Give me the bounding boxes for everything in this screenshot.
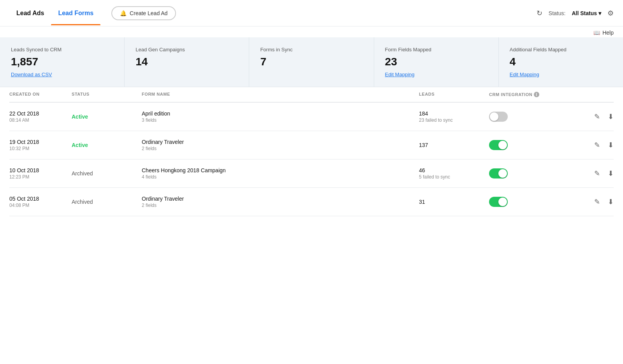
stat-value: 14 — [136, 56, 238, 68]
download-icon[interactable]: ⬇ — [608, 169, 614, 178]
col-form-name: Ordinary Traveler 2 fields — [142, 139, 419, 151]
table-column-header: STATUS — [72, 92, 142, 97]
filter-icon[interactable]: ⚙ — [607, 9, 614, 18]
row-actions: ✎ ⬇ — [575, 112, 614, 121]
stat-item: Leads Synced to CRM 1,857 Download as CS… — [0, 37, 125, 87]
col-crm-integration — [489, 168, 575, 178]
chevron-down-icon: ▾ — [598, 10, 601, 16]
row-actions: ✎ ⬇ — [575, 198, 614, 206]
help-row: 📖 Help — [0, 26, 623, 37]
stat-title: Forms in Sync — [260, 47, 363, 52]
form-fields: 4 fields — [142, 174, 419, 180]
date-main: 22 Oct 2018 — [9, 110, 72, 117]
edit-icon[interactable]: ✎ — [594, 141, 600, 149]
table-body: 22 Oct 2018 08:14 AM Active April editio… — [9, 103, 614, 216]
info-icon[interactable]: i — [534, 92, 539, 97]
col-date: 19 Oct 2018 10:32 PM — [9, 139, 72, 151]
stat-item: Forms in Sync 7 — [249, 37, 374, 87]
col-form-name: April edition 3 fields — [142, 110, 419, 123]
tab-lead-forms[interactable]: Lead Forms — [51, 1, 100, 25]
col-form-name: Ordinary Traveler 2 fields — [142, 196, 419, 208]
stat-value: 23 — [385, 56, 487, 68]
top-navigation: Lead Ads Lead Forms 🔔 Create Lead Ad ↻ S… — [0, 0, 623, 26]
table-row: 22 Oct 2018 08:14 AM Active April editio… — [9, 103, 614, 131]
crm-toggle[interactable] — [489, 168, 508, 178]
table-container: CREATED ONSTATUSFORM NAMELEADSCRM INTEGR… — [0, 87, 623, 216]
edit-icon[interactable]: ✎ — [594, 169, 600, 178]
download-icon[interactable]: ⬇ — [608, 141, 614, 149]
crm-toggle[interactable] — [489, 197, 508, 207]
table-row: 05 Oct 2018 04:08 PM Archived Ordinary T… — [9, 188, 614, 216]
stat-value: 7 — [260, 56, 363, 68]
stat-title: Additional Fields Mapped — [510, 47, 612, 52]
col-leads: 137 — [419, 142, 489, 148]
date-main: 10 Oct 2018 — [9, 167, 72, 173]
stat-item: Additional Fields Mapped 4 Edit Mapping — [499, 37, 623, 87]
form-fields: 3 fields — [142, 117, 419, 123]
help-button[interactable]: 📖 Help — [593, 30, 614, 36]
stat-title: Lead Gen Campaigns — [136, 47, 238, 52]
table-row: 10 Oct 2018 12:23 PM Archived Cheers Hon… — [9, 159, 614, 188]
row-actions: ✎ ⬇ — [575, 169, 614, 178]
date-time: 08:14 AM — [9, 117, 72, 123]
edit-icon[interactable]: ✎ — [594, 198, 600, 206]
status-badge: Archived — [72, 199, 93, 205]
table-column-header: LEADS — [419, 92, 489, 97]
form-name: April edition — [142, 110, 419, 117]
tab-lead-ads[interactable]: Lead Ads — [9, 1, 51, 25]
form-fields: 2 fields — [142, 146, 419, 151]
stat-title: Leads Synced to CRM — [11, 47, 113, 52]
book-icon: 📖 — [593, 30, 600, 36]
form-fields: 2 fields — [142, 203, 419, 208]
refresh-icon[interactable]: ↻ — [537, 9, 542, 18]
table-column-header: CRM INTEGRATION i — [489, 92, 575, 97]
col-status: Active — [72, 142, 142, 148]
crm-toggle[interactable] — [489, 140, 508, 150]
crm-toggle[interactable] — [489, 112, 508, 122]
status-label: Status: — [549, 10, 566, 16]
col-date: 10 Oct 2018 12:23 PM — [9, 167, 72, 180]
date-time: 12:23 PM — [9, 174, 72, 180]
table-column-header: FORM NAME — [142, 92, 419, 97]
stat-item: Lead Gen Campaigns 14 — [125, 37, 249, 87]
col-leads: 31 — [419, 199, 489, 205]
form-name: Ordinary Traveler — [142, 139, 419, 145]
col-crm-integration — [489, 140, 575, 150]
row-actions: ✎ ⬇ — [575, 141, 614, 149]
date-main: 19 Oct 2018 — [9, 139, 72, 145]
col-date: 05 Oct 2018 04:08 PM — [9, 196, 72, 208]
form-name: Ordinary Traveler — [142, 196, 419, 202]
download-icon[interactable]: ⬇ — [608, 112, 614, 121]
status-dropdown[interactable]: All Status ▾ — [572, 10, 601, 16]
col-form-name: Cheers Hongkong 2018 Campaign 4 fields — [142, 167, 419, 180]
table-row: 19 Oct 2018 10:32 PM Active Ordinary Tra… — [9, 131, 614, 159]
bell-icon: 🔔 — [120, 10, 127, 16]
col-status: Archived — [72, 199, 142, 205]
stat-title: Form Fields Mapped — [385, 47, 487, 52]
table-header: CREATED ONSTATUSFORM NAMELEADSCRM INTEGR… — [9, 87, 614, 103]
leads-count: 184 — [419, 110, 489, 117]
leads-count: 31 — [419, 199, 489, 205]
stat-link[interactable]: Edit Mapping — [385, 72, 415, 77]
download-icon[interactable]: ⬇ — [608, 198, 614, 206]
stat-link[interactable]: Edit Mapping — [510, 72, 539, 77]
toggle-knob — [490, 112, 498, 121]
status-badge: Active — [72, 114, 88, 120]
date-main: 05 Oct 2018 — [9, 196, 72, 202]
col-crm-integration — [489, 197, 575, 207]
col-leads: 46 5 failed to sync — [419, 167, 489, 180]
edit-icon[interactable]: ✎ — [594, 112, 600, 121]
toggle-knob — [498, 141, 507, 149]
create-lead-ad-button[interactable]: 🔔 Create Lead Ad — [111, 6, 176, 20]
stat-value: 4 — [510, 56, 612, 68]
toggle-knob — [498, 198, 507, 206]
stat-link[interactable]: Download as CSV — [11, 72, 52, 77]
stat-item: Form Fields Mapped 23 Edit Mapping — [374, 37, 499, 87]
leads-count: 137 — [419, 142, 489, 148]
nav-tabs: Lead Ads Lead Forms — [9, 1, 100, 25]
stats-bar: Leads Synced to CRM 1,857 Download as CS… — [0, 37, 623, 87]
table-column-header — [575, 92, 614, 97]
col-status: Active — [72, 114, 142, 120]
date-time: 10:32 PM — [9, 146, 72, 151]
status-badge: Archived — [72, 170, 93, 177]
